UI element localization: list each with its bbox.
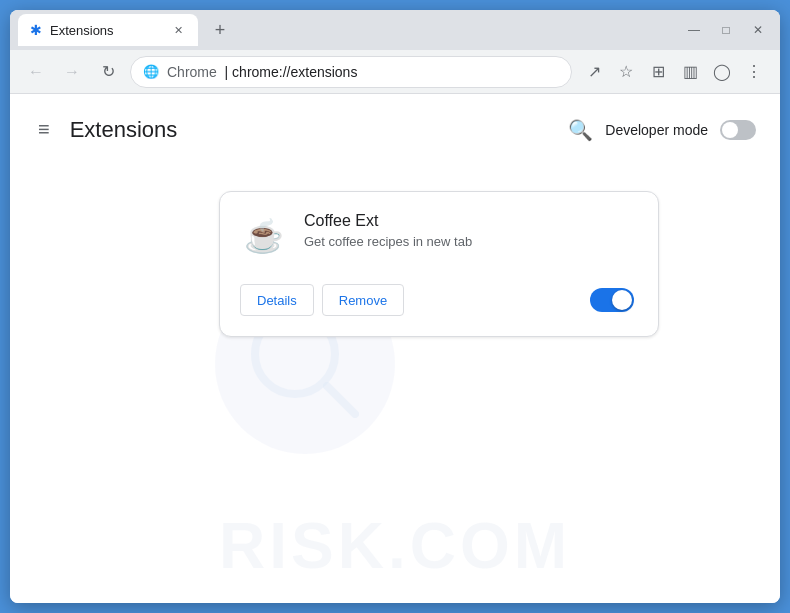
- watermark-text: RISK.COM: [219, 509, 571, 583]
- minimize-button[interactable]: —: [680, 16, 708, 44]
- tab-close-button[interactable]: ✕: [170, 22, 186, 38]
- url-display: Chrome | chrome://extensions: [167, 64, 559, 80]
- developer-mode-label: Developer mode: [605, 122, 708, 138]
- toolbar-icons: ↗ ☆ ⊞ ▥ ◯ ⋮: [580, 58, 768, 86]
- remove-button[interactable]: Remove: [322, 284, 404, 316]
- developer-mode-toggle[interactable]: [720, 120, 756, 140]
- security-icon: 🌐: [143, 64, 159, 79]
- page-header: ≡ Extensions 🔍 Developer mode: [10, 94, 780, 161]
- reload-button[interactable]: ↻: [94, 58, 122, 86]
- toggle-knob: [722, 122, 738, 138]
- page-content: ≡ Extensions 🔍 Developer mode RISK.: [10, 94, 780, 603]
- extension-toggle[interactable]: [590, 288, 634, 312]
- search-icon[interactable]: 🔍: [568, 118, 593, 142]
- page-title: Extensions: [70, 117, 553, 143]
- extension-name: Coffee Ext: [304, 212, 472, 230]
- extension-icon: ☕: [240, 212, 288, 260]
- extension-description: Get coffee recipes in new tab: [304, 234, 472, 249]
- omnibox[interactable]: 🌐 Chrome | chrome://extensions: [130, 56, 572, 88]
- card-top: ☕ Coffee Ext Get coffee recipes in new t…: [240, 212, 634, 260]
- header-actions: 🔍 Developer mode: [568, 118, 756, 142]
- window-close-button[interactable]: ✕: [744, 16, 772, 44]
- sidebar-toggle-icon[interactable]: ≡: [34, 114, 54, 145]
- bookmark-icon[interactable]: ☆: [612, 58, 640, 86]
- extension-toggle-knob: [612, 290, 632, 310]
- title-bar: ✱ Extensions ✕ + — □ ✕: [10, 10, 780, 50]
- menu-icon[interactable]: ⋮: [740, 58, 768, 86]
- back-button[interactable]: ←: [22, 58, 50, 86]
- extension-card: ☕ Coffee Ext Get coffee recipes in new t…: [219, 191, 659, 337]
- extensions-icon[interactable]: ⊞: [644, 58, 672, 86]
- new-tab-button[interactable]: +: [206, 16, 234, 44]
- svg-line-1: [327, 386, 355, 414]
- extensions-main: RISK.COM ☕ Coffee Ext Get coffee recipes…: [10, 161, 780, 603]
- maximize-button[interactable]: □: [712, 16, 740, 44]
- card-bottom: Details Remove: [240, 284, 634, 316]
- profile-icon[interactable]: ◯: [708, 58, 736, 86]
- address-bar: ← → ↻ 🌐 Chrome | chrome://extensions ↗ ☆…: [10, 50, 780, 94]
- browser-window: ✱ Extensions ✕ + — □ ✕ ← → ↻ 🌐 Chrome | …: [10, 10, 780, 603]
- forward-button[interactable]: →: [58, 58, 86, 86]
- window-controls: — □ ✕: [680, 16, 772, 44]
- active-tab[interactable]: ✱ Extensions ✕: [18, 14, 198, 46]
- details-button[interactable]: Details: [240, 284, 314, 316]
- share-icon[interactable]: ↗: [580, 58, 608, 86]
- tab-title: Extensions: [50, 23, 162, 38]
- tab-icon: ✱: [30, 22, 42, 38]
- extension-info: Coffee Ext Get coffee recipes in new tab: [304, 212, 472, 249]
- sidebar-icon[interactable]: ▥: [676, 58, 704, 86]
